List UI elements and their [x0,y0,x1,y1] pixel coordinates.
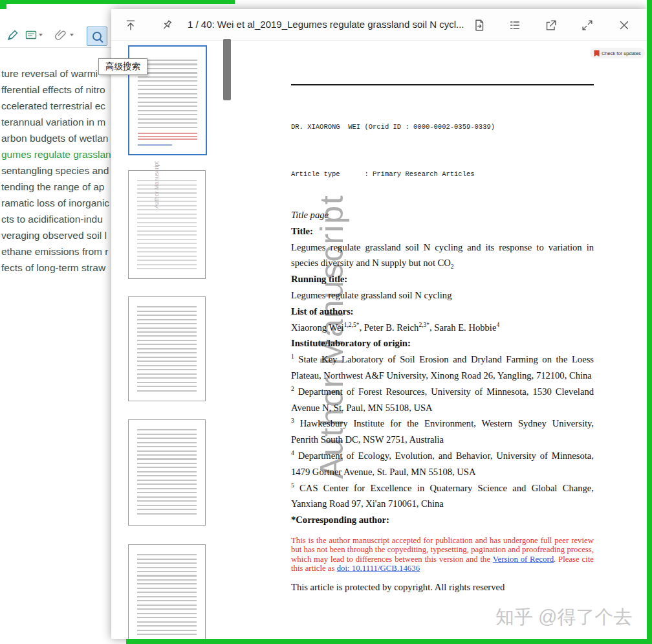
thumbnail-scrollbar-thumb[interactable] [223,39,231,100]
thumbnail-watermark: Author Manuscript [153,161,160,208]
institute-item: 3 Hawkesbury Institute for the Environme… [291,416,594,448]
desktop-corner-top-left [0,0,6,9]
top-rule [291,84,594,85]
close-icon[interactable] [617,18,631,32]
pdf-titlebar: 1 / 40: Wei et al_2019_Legumes regulate … [111,9,647,41]
authors-label: List of authors: [291,304,594,320]
list-item[interactable]: ture reversal of warmi [1,68,98,80]
version-of-record-link[interactable]: Version of Record [493,555,554,564]
institute-item: 2 Department of Forest Resources, Univer… [291,384,594,416]
list-item-selected[interactable]: gumes regulate grasslan [1,149,111,161]
institute-item: 1 State Key Laboratory of Soil Erosion a… [291,351,594,384]
desktop-edge-top [0,0,235,4]
institutes-label: Institute/laboratory of origin: [291,335,594,351]
list-item[interactable]: ccelerated terrestrial ec [1,100,105,112]
list-item[interactable]: tending the range of ap [1,181,104,193]
title-page-label: Title page [291,207,594,223]
page-thumbnail-2[interactable]: Author Manuscript [128,170,206,279]
list-item[interactable]: cts to acidification-indu [1,214,103,225]
list-item[interactable]: arbon budgets of wetlan [1,133,108,144]
fullscreen-icon[interactable] [580,18,594,32]
attachment-dropdown-icon[interactable] [70,34,74,36]
running-title-text: Legumes regulate grassland soil N cyclin… [291,287,594,304]
card-view-icon[interactable] [23,27,39,43]
thumbnail-text-placeholder [137,554,197,636]
crossmark-icon [594,50,600,57]
title-label: Title: [291,223,594,239]
doi-link[interactable]: doi: 10.1111/GCB.14636 [337,564,420,573]
advanced-search-tooltip: 高级搜索 [98,58,147,75]
outline-list-icon[interactable] [508,18,522,32]
list-item[interactable]: fects of long-term straw [1,262,105,274]
thumbnail-red-notice-placeholder [138,133,197,141]
thumbnail-text-placeholder [137,306,197,393]
thumbnail-text-placeholder [137,180,197,269]
check-badge-label: Check for updates [602,50,641,56]
list-item[interactable]: terannual variation in m [1,117,105,128]
list-item[interactable]: ethane emissions from r [1,246,108,258]
institute-item: 4 Department of Ecology, Evolution, and … [291,448,594,480]
document-body: Title page Title: Legumes regulate grass… [291,207,594,595]
search-icon [92,32,102,41]
article-type-line: Article type : Primary Research Articles [291,170,475,178]
article-title: Legumes regulate grassland soil N cyclin… [291,239,594,272]
copyright-line: This article is protected by copyright. … [291,579,594,595]
pdf-document-title: 1 / 40: Wei et al_2019_Legumes regulate … [188,19,464,30]
pin-icon[interactable] [160,18,174,32]
running-title-label: Running title: [291,271,594,287]
page-jump-icon[interactable] [472,18,486,32]
thumbnail-text-placeholder [137,429,197,517]
list-item[interactable]: fferential effects of nitro [1,84,105,96]
page-thumbnail-5[interactable] [128,544,206,639]
acceptance-notice: This is the author manuscript accepted f… [291,536,594,573]
scroll-to-top-icon[interactable] [124,18,138,32]
attachment-paperclip-icon[interactable] [53,27,69,43]
card-view-dropdown-icon[interactable] [39,34,43,36]
desktop-edge-right [647,0,652,644]
orcid-line: DR. XIAORONG WEI (Orcid ID : 0000-0002-0… [291,123,495,131]
advanced-search-button[interactable] [87,27,107,46]
page-thumbnail-4[interactable] [128,419,206,526]
corresponding-author-label: *Corresponding author: [291,512,594,528]
check-for-updates-badge[interactable]: Check for updates [590,48,645,58]
list-item[interactable]: sentangling species and [1,165,109,177]
share-icon[interactable] [544,18,558,32]
background-toolbar [0,25,112,48]
edit-pen-icon[interactable] [5,27,21,43]
authors-line: Xiaorong Wei1,2,5*, Peter B. Reich2,3*, … [291,320,594,336]
page-thumbnail-3[interactable] [128,296,206,401]
desktop-edge-bottom [126,639,652,644]
institute-item: 5 CAS Center for Excellence in Quaternar… [291,480,594,513]
list-item[interactable]: veraging observed soil l [1,230,107,241]
thumbnail-link-placeholder [138,144,172,146]
pdf-viewer-window: 1 / 40: Wei et al_2019_Legumes regulate … [111,9,647,639]
list-item[interactable]: ramatic loss of inorganic [1,197,109,209]
